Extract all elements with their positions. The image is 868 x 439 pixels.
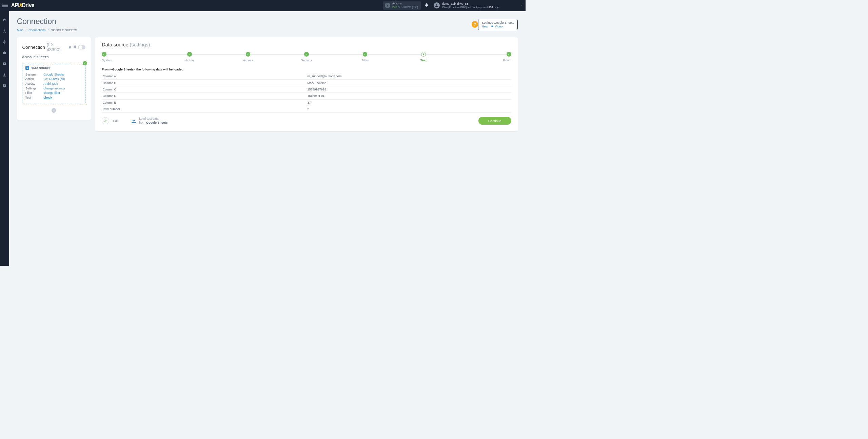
ds-subheading: (settings) [130, 42, 150, 47]
help-title: Settings Google Sheets [482, 21, 514, 24]
video-link[interactable]: Video [491, 25, 502, 28]
table-row: Column BMark Jackson [102, 80, 511, 86]
data-source-card: 1 DATA SOURCE SystemGoogle SheetsActionG… [22, 63, 85, 105]
breadcrumb: Main / Connections / GOOGLE SHEETS [17, 28, 77, 32]
connection-title: Connection [22, 45, 45, 50]
gear-icon[interactable] [73, 45, 77, 50]
add-button[interactable]: + [52, 108, 56, 112]
user-name: demo_apix-drive_s3 [442, 2, 499, 6]
check-icon [83, 61, 87, 65]
edit-label: Edit [113, 119, 119, 123]
ds-link[interactable]: Google Sheets [43, 73, 64, 76]
step-filter[interactable]: Filter [336, 52, 394, 62]
preview-table: Column Am_support@outlook.comColumn BMar… [102, 73, 511, 113]
ds-row-test: Testcheck [25, 96, 82, 99]
edit-button[interactable] [102, 117, 109, 125]
ds-link[interactable]: change filter [43, 91, 60, 95]
help-link[interactable]: Help [482, 25, 488, 28]
nav-help-icon[interactable] [2, 84, 6, 88]
table-row: Column E37 [102, 99, 511, 106]
actions-label: Actions: [392, 2, 418, 5]
continue-button[interactable]: Continue [478, 117, 511, 125]
breadcrumb-main[interactable]: Main [17, 28, 24, 32]
page-title: Connection [17, 17, 77, 26]
nav-video-icon[interactable] [2, 62, 6, 66]
badge-1: 1 [25, 66, 29, 70]
load-test-data[interactable]: Load test data from Google Sheets [131, 117, 168, 125]
svg-point-5 [4, 74, 5, 75]
actions-counter: i Actions: 223 of 100'000 (0%) [383, 1, 421, 10]
connection-toggle[interactable] [78, 45, 85, 49]
actions-pct: (0%) [412, 5, 418, 9]
nav-home-icon[interactable] [2, 18, 6, 23]
connection-id: (ID: 43390) [47, 42, 67, 52]
ds-row-settings: Settingschange settings [25, 87, 82, 90]
ds-link[interactable]: change settings [43, 87, 65, 90]
ds-heading: Data source [102, 42, 128, 47]
svg-point-2 [3, 32, 4, 33]
ds-row-filter: Filterchange filter [25, 91, 82, 95]
table-row: Column DTrainer H-01 [102, 93, 511, 99]
ds-link[interactable]: check [43, 96, 52, 99]
load-heading: From «Google Sheets» the following data … [102, 68, 511, 71]
table-row: Column Am_support@outlook.com [102, 73, 511, 80]
plan-info: Plan |Premium PRO| left until payment 35… [442, 6, 499, 9]
breadcrumb-connections[interactable]: Connections [28, 28, 45, 32]
download-icon [131, 117, 137, 124]
ds-row-action: ActionGet ROWS (all) [25, 77, 82, 81]
avatar-icon [434, 2, 440, 8]
table-row: Column C15789997999 [102, 86, 511, 92]
ds-link[interactable]: Andrii Mav [43, 82, 58, 85]
hamburger-menu[interactable] [2, 3, 8, 8]
stepper: SystemActionAccessSettingsFilterTestFini… [102, 52, 511, 62]
step-system[interactable]: System [102, 52, 160, 62]
nav-connections-icon[interactable] [2, 29, 6, 34]
logo[interactable]: APIXDrive [11, 2, 34, 8]
ds-row-access: AccessAndrii Mav [25, 82, 82, 85]
connection-service: GOOGLE SHEETS [22, 56, 85, 59]
connection-panel: Connection (ID: 43390) GOOGLE SHEETS 1 D… [17, 37, 91, 120]
step-finish[interactable]: Finish [453, 52, 511, 62]
breadcrumb-current: GOOGLE SHEETS [51, 28, 77, 32]
step-action[interactable]: Action [160, 52, 219, 62]
copy-icon[interactable] [68, 45, 72, 50]
table-row: Row number2 [102, 106, 511, 112]
nav-briefcase-icon[interactable] [2, 51, 6, 56]
ds-title: DATA SOURCE [31, 66, 52, 70]
svg-point-0 [436, 4, 437, 6]
info-icon: i [385, 3, 390, 8]
step-test[interactable]: Test [394, 52, 453, 62]
data-source-settings-panel: Data source (settings) SystemActionAcces… [95, 37, 518, 131]
help-badge-icon[interactable]: ? [472, 21, 478, 27]
step-access[interactable]: Access [219, 52, 277, 62]
nav-profile-icon[interactable] [2, 73, 6, 78]
svg-point-1 [4, 29, 5, 30]
ds-row-system: SystemGoogle Sheets [25, 73, 82, 76]
chevron-down-icon [520, 4, 523, 7]
bell-icon[interactable] [425, 3, 429, 8]
help-box: Settings Google Sheets Help Video [478, 19, 518, 30]
nav-billing-icon[interactable] [2, 40, 6, 45]
actions-used: 223 [392, 5, 397, 9]
ds-link[interactable]: Get ROWS (all) [43, 77, 65, 81]
step-settings[interactable]: Settings [277, 52, 336, 62]
svg-point-3 [5, 32, 6, 33]
user-menu[interactable]: demo_apix-drive_s3 Plan |Premium PRO| le… [434, 2, 523, 9]
